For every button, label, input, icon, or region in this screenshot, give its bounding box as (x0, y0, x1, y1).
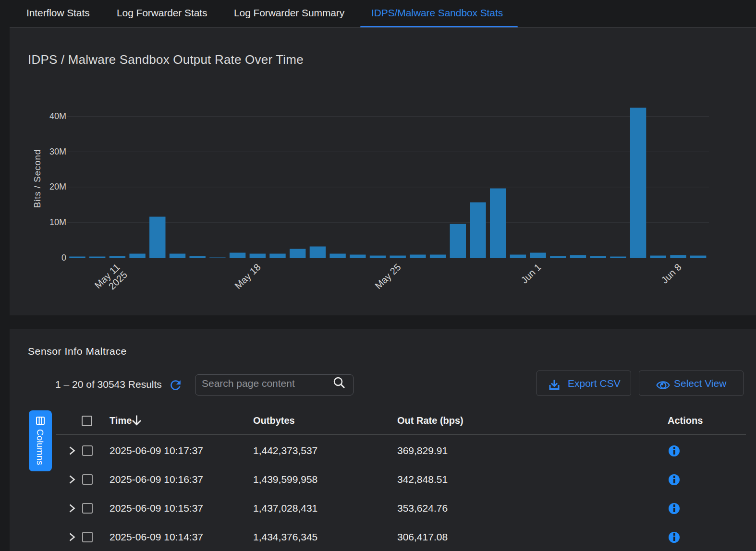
svg-text:10M: 10M (49, 217, 66, 227)
svg-text:0: 0 (61, 253, 66, 263)
svg-text:Bits / Second: Bits / Second (32, 149, 42, 208)
svg-text:May 18: May 18 (232, 262, 262, 291)
svg-text:May 112025: May 112025 (92, 262, 129, 298)
svg-text:30M: 30M (49, 147, 66, 156)
svg-text:Jun 8: Jun 8 (659, 262, 683, 286)
svg-text:May 25: May 25 (373, 262, 402, 291)
svg-text:20M: 20M (49, 182, 66, 192)
svg-text:Jun 1: Jun 1 (519, 262, 543, 286)
svg-text:40M: 40M (49, 111, 66, 121)
